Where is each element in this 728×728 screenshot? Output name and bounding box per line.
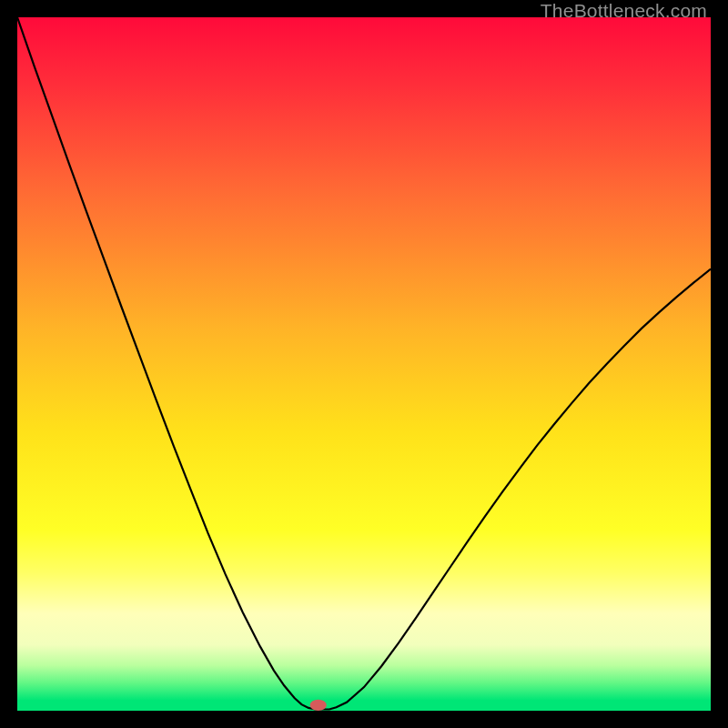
chart-frame bbox=[17, 17, 711, 711]
target-marker bbox=[310, 700, 327, 711]
watermark-text: TheBottleneck.com bbox=[541, 0, 707, 22]
bottleneck-chart bbox=[17, 17, 711, 711]
